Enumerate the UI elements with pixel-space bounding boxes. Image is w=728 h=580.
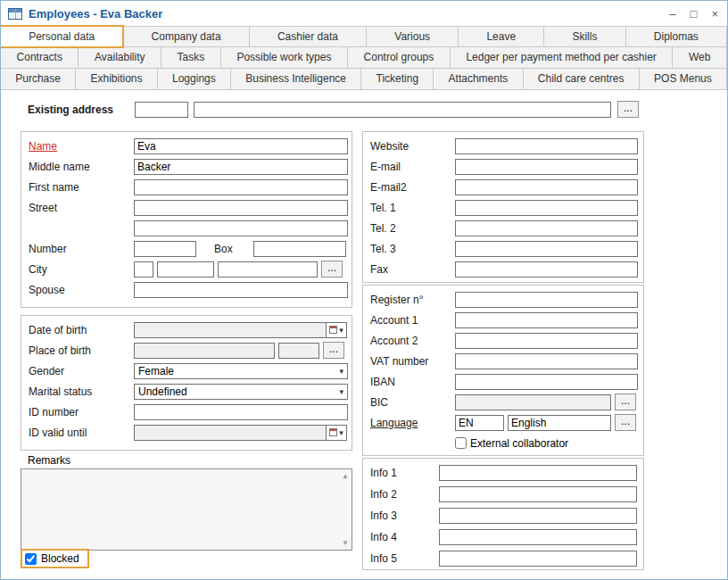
tab-row-1: Personal dataCompany dataCashier dataVar… <box>1 26 727 47</box>
gender-select[interactable]: Female ▾ <box>134 363 348 379</box>
dob-input[interactable] <box>134 322 327 338</box>
tel3-row: Tel. 3 <box>363 238 643 259</box>
middle-name-input[interactable] <box>134 159 348 175</box>
tab-company-data[interactable]: Company data <box>122 26 249 47</box>
tab-availability[interactable]: Availability <box>78 46 161 69</box>
personal-data-panel: Existing address ... Name Middle name Fi… <box>1 90 727 579</box>
iban-label: IBAN <box>370 376 451 388</box>
bic-browse-button[interactable]: ... <box>615 394 636 410</box>
minimize-button[interactable]: – <box>669 8 675 20</box>
tab-web[interactable]: Web <box>672 46 727 69</box>
info5-input[interactable] <box>439 551 637 567</box>
email-input[interactable] <box>455 159 638 175</box>
street-row-2 <box>21 218 352 238</box>
scroll-down-icon[interactable]: ▼ <box>342 539 349 547</box>
city-input[interactable] <box>218 261 318 278</box>
blocked-checkbox[interactable] <box>25 553 37 565</box>
language-code-input[interactable] <box>455 415 504 431</box>
scroll-up-icon[interactable]: ▲ <box>342 472 349 480</box>
first-name-label: First name <box>29 181 130 194</box>
existing-address-input[interactable] <box>194 102 611 118</box>
email2-input[interactable] <box>455 179 638 195</box>
tab-loggings[interactable]: Loggings <box>157 68 231 90</box>
tab-possible-work-types[interactable]: Possible work types <box>220 46 348 69</box>
tab-cashier-data[interactable]: Cashier data <box>249 26 367 47</box>
fax-input[interactable] <box>455 261 638 278</box>
account1-input[interactable] <box>455 312 638 328</box>
info4-input[interactable] <box>439 529 637 545</box>
street-row: Street <box>21 197 352 218</box>
tab-business-intelligence[interactable]: Business Intelligence <box>230 68 361 90</box>
language-browse-button[interactable]: ... <box>615 414 636 431</box>
tab-exhibitions[interactable]: Exhibitions <box>75 68 158 90</box>
existing-address-browse-button[interactable]: ... <box>617 101 639 118</box>
tab-diplomas[interactable]: Diplomas <box>625 26 727 47</box>
existing-address-code-input[interactable] <box>135 102 188 118</box>
maximize-button[interactable]: □ <box>691 8 698 20</box>
tab-control-groups[interactable]: Control groups <box>347 46 451 69</box>
email2-label: E-mail2 <box>370 181 451 194</box>
pob-input[interactable] <box>134 343 275 359</box>
language-name-input[interactable] <box>508 415 611 431</box>
dob-row: Date of birth ▾ <box>21 319 352 340</box>
country-code-input[interactable] <box>134 261 153 278</box>
info2-row: Info 2 <box>363 484 643 505</box>
tab-contracts[interactable]: Contracts <box>0 46 79 69</box>
tab-child-care-centres[interactable]: Child care centres <box>523 68 640 90</box>
register-number-input[interactable] <box>455 292 638 308</box>
tab-leave[interactable]: Leave <box>458 26 544 47</box>
website-input[interactable] <box>455 138 638 154</box>
chevron-down-icon: ▾ <box>339 326 343 335</box>
calendar-icon <box>329 326 337 334</box>
tab-skills[interactable]: Skills <box>543 26 625 47</box>
tab-ticketing[interactable]: Ticketing <box>360 68 434 90</box>
tab-ledger-per-payment-method-per-cashier[interactable]: Ledger per payment method per cashier <box>450 46 674 69</box>
tab-tasks[interactable]: Tasks <box>161 46 221 69</box>
box-input[interactable] <box>253 241 346 257</box>
bic-input[interactable] <box>455 394 611 410</box>
pob-code-input[interactable] <box>278 343 319 359</box>
info1-input[interactable] <box>439 465 637 481</box>
pob-label: Place of birth <box>29 344 130 357</box>
name-input[interactable] <box>134 138 348 154</box>
pob-browse-button[interactable]: ... <box>323 342 344 359</box>
tel2-input[interactable] <box>455 220 638 236</box>
street-input-2[interactable] <box>134 220 348 236</box>
info3-label: Info 3 <box>370 510 435 522</box>
tel1-input[interactable] <box>455 200 638 216</box>
vat-number-input[interactable] <box>455 353 638 369</box>
iban-input[interactable] <box>455 374 638 390</box>
postal-code-input[interactable] <box>157 261 214 278</box>
external-collaborator-checkbox[interactable] <box>455 437 467 449</box>
id-number-input[interactable] <box>134 404 348 420</box>
first-name-input[interactable] <box>134 179 348 195</box>
contact-group: Website E-mail E-mail2 Tel. 1 Tel. 2 Tel… <box>362 131 644 283</box>
tab-purchase[interactable]: Purchase <box>0 68 76 90</box>
street-input-1[interactable] <box>134 200 348 216</box>
info-group: Info 1 Info 2 Info 3 Info 4 Info 5 <box>362 458 644 570</box>
remarks-box[interactable]: ▲ ▼ <box>21 468 352 551</box>
tab-various[interactable]: Various <box>366 26 459 47</box>
close-button[interactable]: × <box>711 8 718 20</box>
id-valid-calendar-button[interactable]: ▾ <box>326 425 347 441</box>
id-valid-until-input[interactable] <box>134 425 327 441</box>
tel2-label: Tel. 2 <box>370 222 451 235</box>
account2-input[interactable] <box>455 333 638 349</box>
external-collaborator-label: External collaborator <box>470 437 568 450</box>
tel3-input[interactable] <box>455 241 638 257</box>
city-browse-button[interactable]: ... <box>321 261 343 278</box>
tab-pos-menus[interactable]: POS Menus <box>639 68 727 90</box>
info5-row: Info 5 <box>363 548 643 569</box>
info2-input[interactable] <box>439 486 637 502</box>
tab-personal-data[interactable]: Personal data <box>0 26 123 47</box>
iban-row: IBAN <box>363 371 643 392</box>
spouse-input[interactable] <box>134 282 348 298</box>
marital-status-select[interactable]: Undefined ▾ <box>134 384 348 400</box>
info3-input[interactable] <box>439 508 637 524</box>
tab-attachments[interactable]: Attachments <box>433 68 523 90</box>
id-number-row: ID number <box>21 402 352 422</box>
gender-row: Gender Female ▾ <box>21 360 352 381</box>
number-input[interactable] <box>134 241 196 257</box>
dob-calendar-button[interactable]: ▾ <box>326 322 347 338</box>
middle-name-label: Middle name <box>29 161 130 173</box>
